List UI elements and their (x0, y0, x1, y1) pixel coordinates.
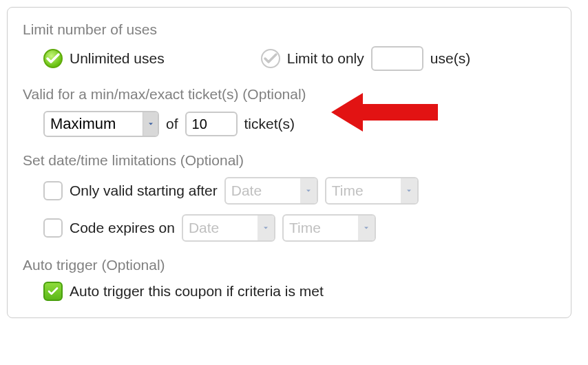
chevron-down-icon (143, 112, 158, 136)
date-placeholder: Date (189, 220, 219, 236)
time-placeholder: Time (289, 220, 321, 236)
start-date-label: Only valid starting after (70, 182, 218, 199)
unlimited-uses-label: Unlimited uses (70, 50, 165, 67)
auto-trigger-section: Auto trigger (Optional) Auto trigger thi… (23, 257, 556, 301)
auto-trigger-label: Auto trigger this coupon if criteria is … (70, 283, 324, 300)
date-placeholder: Date (231, 182, 262, 199)
unlimited-uses-option[interactable]: Unlimited uses (43, 49, 165, 68)
ticket-range-mode-value: Maximum (50, 115, 116, 133)
auto-trigger-title: Auto trigger (Optional) (23, 257, 556, 273)
coupon-settings-panel: Limit number of uses Unlimited uses Limi… (7, 7, 571, 318)
datetime-title: Set date/time limitations (Optional) (23, 152, 556, 169)
auto-trigger-checkbox[interactable] (43, 282, 63, 301)
check-circle-icon (261, 49, 280, 68)
start-date-picker[interactable]: Date (224, 177, 318, 205)
check-circle-icon (43, 49, 63, 68)
expire-time-picker[interactable]: Time (282, 214, 376, 242)
expire-date-picker[interactable]: Date (182, 214, 275, 242)
ticket-range-suffix: ticket(s) (244, 116, 295, 132)
ticket-range-mode-select[interactable]: Maximum (43, 111, 159, 137)
ticket-range-title: Valid for a min/max/exact ticket(s) (Opt… (23, 86, 556, 103)
chevron-down-icon (258, 216, 274, 240)
limit-to-option[interactable]: Limit to only use(s) (261, 46, 470, 71)
start-date-checkbox[interactable] (43, 181, 63, 200)
limit-to-label: Limit to only (287, 50, 364, 67)
expire-date-checkbox[interactable] (43, 218, 63, 238)
expire-date-label: Code expires on (70, 220, 175, 236)
datetime-section: Set date/time limitations (Optional) Onl… (23, 152, 556, 242)
ticket-range-of-label: of (166, 116, 178, 132)
start-time-picker[interactable]: Time (325, 177, 419, 205)
chevron-down-icon (300, 178, 317, 203)
ticket-range-count-input[interactable] (185, 112, 238, 136)
chevron-down-icon (401, 178, 417, 203)
ticket-range-section: Valid for a min/max/exact ticket(s) (Opt… (23, 86, 556, 137)
limit-to-suffix: use(s) (430, 50, 470, 67)
time-placeholder: Time (332, 182, 364, 199)
limit-to-value-input[interactable] (371, 46, 423, 71)
limit-uses-title: Limit number of uses (23, 21, 556, 38)
limit-uses-section: Limit number of uses Unlimited uses Limi… (23, 21, 556, 71)
chevron-down-icon (358, 216, 375, 240)
